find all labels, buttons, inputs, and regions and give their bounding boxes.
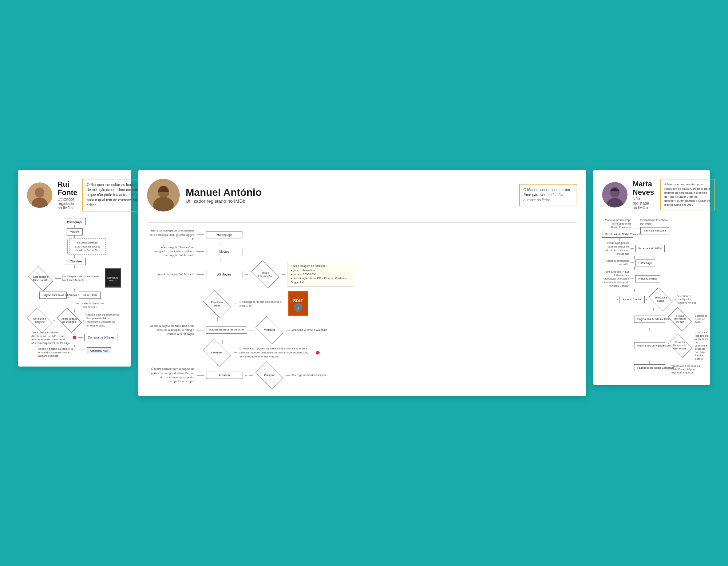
svg-point-1: [35, 187, 44, 198]
node-comprar: Comprar: [255, 366, 284, 384]
node-news-events: News & Events: [635, 275, 660, 282]
lfc-homepage: Homepage: [64, 218, 86, 225]
lfc-row-system: sistema detecta automaticamente a locali…: [27, 238, 122, 255]
lfc-diamond-select: Selecciona o filme da lista: [28, 270, 54, 287]
node-awards-central: Awards Central: [620, 296, 645, 303]
right-card: Marta Neves Não registada no IMDb A Mart…: [593, 170, 710, 385]
svg-text:BOLT: BOLT: [293, 299, 303, 303]
center-user-info: Manuel António Utilizador registado no I…: [186, 187, 262, 204]
node-movies: Movies: [206, 248, 242, 255]
node-watchlist: Watchlist: [255, 321, 284, 339]
center-card: Manuel António Utilizador registado no I…: [138, 170, 586, 396]
left-flowchart: Homepage Movies sistema detecta automati…: [27, 218, 122, 358]
right-user-goal: A Marta viu um passatempo no Facebook da…: [660, 179, 715, 210]
left-user-role: Utilizador registado no IMDb: [58, 197, 77, 210]
note-barra-right: Pesquisa no Facebook por IMDb: [640, 218, 669, 226]
center-divider: [147, 222, 577, 223]
svg-text:NOCTURNAL: NOCTURNAL: [107, 277, 118, 279]
node-filtra-ano: Filtra a informação por ano: [667, 311, 693, 327]
left-user-header: Rui Fonte Utilizador registado no IMDb O…: [27, 179, 122, 211]
lfc-cinemas-nos: Cinemas Nos: [87, 347, 111, 354]
lfc-system-box: sistema detecta automaticamente a locali…: [69, 238, 106, 255]
node-listagem: Consulta listagem de vencedores: [667, 338, 693, 354]
left-card: Rui Fonte Utilizador registado no IMDb O…: [18, 170, 131, 367]
node-selecciona-opcao: Selecciona opção: [648, 292, 673, 308]
node-detalhe: Página de detalhe de filme: [206, 326, 247, 333]
node-filtra: Filtra a informação: [250, 265, 280, 284]
node-academy-awards: Página dos Academy Awards: [634, 316, 665, 323]
center-user-role: Utilizador registado no IMDb: [186, 198, 262, 204]
svg-text:⚡: ⚡: [296, 306, 300, 310]
center-flowchart: Entra na homepage directamente pelo ende…: [147, 226, 577, 387]
left-user-info: Rui Fonte Utilizador registado no IMDb: [58, 180, 77, 210]
right-user-role: Não registada no IMDb: [633, 197, 654, 210]
lfc-row-branches: Página com salas e horários do filme Vê …: [27, 292, 122, 309]
left-user-name: Rui Fonte: [58, 180, 77, 197]
lfc-row-2: Movies: [27, 228, 122, 235]
right-avatar: [602, 182, 628, 207]
note-watchlist: Adiciona o filme à watchlist: [292, 328, 327, 332]
note-homepage-right: Acede à homepage do IMDb: [602, 259, 629, 266]
svg-text:ANIMALS: ANIMALS: [109, 280, 117, 282]
note-escolhe: Da listagem filtrada selecciona o filme …: [240, 300, 283, 308]
lfc-ve-trailer: Vê o trailer: [79, 292, 100, 299]
lfc-row-1: Homepage: [27, 218, 122, 225]
lfc-compra-bilhetes: Compra de bilhetes: [84, 334, 118, 341]
node-fb-radio: Facebook da Rádio Comercial: [602, 231, 633, 238]
red-dot-left: [73, 336, 76, 339]
note-streaming: Consulta as opções de streaming e verifi…: [240, 347, 312, 359]
note-allmovies: Acede à página "All Movies": [147, 272, 194, 276]
lfc-diamond-storyline: Consulta a storyline: [27, 312, 52, 329]
lfc-row-in-theatres: In Theatres: [27, 258, 122, 265]
note-fb-imdb: acede à página da base de dados na rede …: [602, 241, 629, 256]
center-user-name: Manuel António: [186, 187, 262, 198]
lfc-cinemas-note: Acede à página da bilheteira online dos …: [38, 347, 78, 358]
center-user-goal: O Manuel quer encontrar um filme para ve…: [519, 184, 577, 206]
note-fb-radio-bottom: regressa ao Facebook da Rádio Comercial …: [671, 364, 700, 374]
node-fb-imdb: Facebook do IMDb: [635, 245, 665, 252]
node-vencedores: Página dos vencedores de 2010: [634, 342, 665, 349]
left-avatar: [27, 182, 52, 208]
node-allmovies: All Movies: [206, 271, 242, 278]
lfc-movies: Movies: [67, 228, 83, 235]
note-news: Abre a opção "News & Events" na navegaçã…: [602, 270, 629, 288]
note-comprar: Carrega no botão comprar: [292, 373, 326, 377]
right-user-name: Marta Neves: [633, 180, 654, 197]
red-dot-center: [316, 351, 320, 355]
note-listagem: Consulta a listagem de vencedores por ca…: [695, 331, 708, 361]
lfc-row-select: Selecciona o filme da lista Da listagem …: [27, 268, 122, 289]
lfc-row-cinemas: Acede à página da bilheteira online dos …: [27, 347, 122, 358]
note-filtra-ano: Selecciona o ano de 2010: [695, 314, 707, 324]
node-amazon: Amazon: [206, 372, 242, 379]
center-avatar: [147, 179, 180, 211]
right-user-header: Marta Neves Não registada no IMDb A Mart…: [602, 179, 701, 210]
lfc-bilhetes-note: Tenta comprar bilhetes directamente no I…: [31, 331, 71, 345]
note-movies: Abre a opção "Movies" na navegação princ…: [147, 245, 194, 258]
lfc-trailer-note: Vê o trailer do filme que seleccionou: [70, 302, 110, 309]
lfc-pagina-salas: Página com salas e horários do filme: [39, 292, 67, 299]
lfc-note-select: Da listagem selecciona o filme Nocturnal…: [62, 275, 102, 282]
center-user-header: Manuel António Utilizador registado no I…: [147, 179, 577, 215]
node-barra-pesquisa: Barra de Pesquisa: [640, 227, 669, 234]
node-homepage-right: Homepage: [635, 260, 655, 266]
lfc-data-note: Altera a data de exibição do filme para …: [86, 313, 122, 327]
right-user-info: Marta Neves Não registada no IMDb: [633, 180, 654, 210]
node-streaming: Streaming: [202, 344, 232, 362]
note-amazon: É redirecionado para a página de opções …: [147, 367, 194, 383]
lfc-row-storyline: Consulta a storyline Altera a data de ex…: [27, 312, 122, 329]
lfc-diamond-data: Altera a data de exibição: [56, 312, 82, 329]
note-awards: Selecciona a hiperligação Academy Awards: [677, 294, 701, 304]
lfc-in-theatres: In Theatres: [64, 258, 86, 265]
note-fb-radio-left: Marta vê passatempo no Facebook da Rádio…: [604, 218, 631, 229]
lfc-row-bilhetes: Tenta comprar bilhetes directamente no I…: [27, 331, 122, 345]
page-container: Rui Fonte Utilizador registado no IMDb O…: [18, 170, 710, 396]
right-flowchart: Marta vê passatempo no Facebook da Rádio…: [602, 217, 701, 376]
note-detalhe: Acede à página do filme Bolt onde consul…: [147, 324, 194, 336]
node-homepage: Homepage: [206, 231, 242, 238]
node-fb-radio-bottom: Facebook da Rádio Comercial: [634, 364, 665, 372]
note-filtra: Filtra a listagem de filmes por: • géner…: [288, 262, 353, 286]
node-escolhe: Escolhe o filme: [202, 295, 232, 313]
note-homepage: Entra na homepage directamente pelo ende…: [147, 229, 194, 241]
